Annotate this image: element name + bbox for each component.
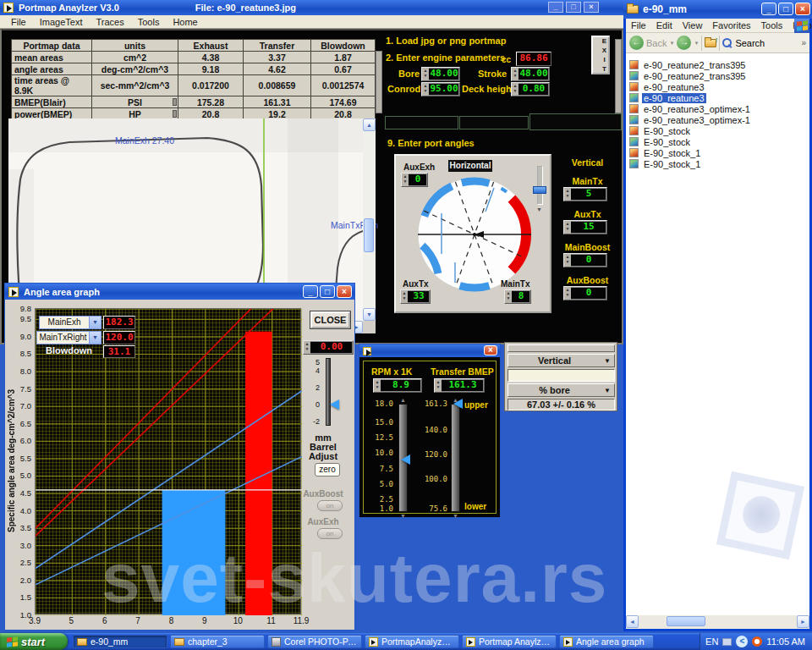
close-button[interactable]: × [484, 345, 497, 355]
spinner-arrows[interactable]: ▲▼ [304, 341, 310, 354]
chevron-down-icon[interactable]: ▼ [89, 332, 101, 344]
language-indicator[interactable]: EN [705, 636, 718, 647]
vertical-scroll-thumb[interactable] [364, 218, 374, 252]
taskbar-button[interactable]: chapter_3 [170, 635, 265, 648]
scroll-right-icon[interactable]: ► [797, 615, 809, 628]
spinner-arrows[interactable]: ▲▼ [401, 290, 408, 303]
chevrons-icon[interactable]: » [801, 38, 806, 47]
chevron-down-icon[interactable]: ▼ [89, 317, 101, 328]
menu-item-imagetext[interactable]: ImageText [34, 17, 89, 27]
maximize-button[interactable]: □ [566, 2, 581, 13]
exit-button[interactable]: EXIT [591, 36, 610, 74]
image-vertical-scrollbar[interactable]: ▲ ▼ [363, 118, 376, 321]
list-item[interactable]: e-90_reatune3_optimex-1 [629, 114, 809, 125]
graph-titlebar[interactable]: Angle area graph _ □ × [5, 284, 354, 300]
bmep-slider[interactable] [451, 404, 460, 512]
menu-item-traces[interactable]: Traces [90, 17, 129, 27]
start-button[interactable]: start [0, 633, 68, 650]
unit-toggle-handle[interactable] [173, 98, 177, 106]
barrel-offset-field[interactable]: ▲▼0.00 [303, 340, 354, 355]
rpm-slider-thumb[interactable] [401, 454, 410, 465]
horizontal-slider[interactable] [537, 166, 543, 205]
explorer-horizontal-scrollbar[interactable]: ◄ ► [626, 615, 809, 629]
tab-3-active[interactable] [529, 113, 622, 130]
measurement-input[interactable] [508, 369, 615, 382]
spinner-arrows[interactable]: ▲▼ [402, 174, 409, 186]
bmep-slider-thumb[interactable] [453, 399, 463, 409]
bmep-field[interactable]: ▲▼161.3 [434, 378, 485, 393]
vertical-auxboost-field[interactable]: ▲▼0 [563, 286, 607, 300]
clock[interactable]: 11:05 AM [766, 636, 805, 647]
rpm-field[interactable]: ▲▼8.9 [373, 378, 422, 393]
maximize-button[interactable]: □ [778, 3, 793, 15]
taskbar-button[interactable]: e-90_mm [73, 635, 167, 648]
close-button[interactable]: × [584, 2, 599, 13]
spinner-arrows[interactable]: ▲▼ [422, 68, 429, 80]
menu-item-home[interactable]: Home [167, 17, 203, 27]
main-titlebar[interactable]: Portmap Anaylzer V3.0 File: e-90_reatune… [0, 0, 623, 15]
chevron-down-icon[interactable]: ▼ [669, 41, 674, 46]
close-button[interactable]: × [795, 3, 810, 15]
tray-app-icon[interactable] [752, 636, 762, 647]
menu-item-tools[interactable]: Tools [756, 20, 788, 30]
menu-item-favorites[interactable]: Favorites [707, 20, 755, 30]
orientation-dropdown[interactable]: Vertical ▼ [508, 354, 615, 367]
close-graph-button[interactable]: CLOSE [310, 311, 350, 328]
list-item[interactable]: e-90_reatune3 [629, 92, 809, 103]
list-item[interactable]: E-90_stock [629, 125, 809, 136]
spinner-arrows[interactable]: ▲▼ [564, 188, 571, 201]
search-icon[interactable] [722, 38, 732, 48]
menu-item-edit[interactable]: Edit [651, 20, 678, 30]
taskbar-button[interactable]: Corel PHOTO-PAINT 12 [267, 635, 362, 648]
readout-selector-2[interactable]: MainTxRight ▼ [36, 331, 102, 344]
minimize-button[interactable]: _ [303, 285, 318, 298]
list-item[interactable]: E-90_stock_1 [629, 147, 809, 158]
bore-field[interactable]: ▲▼48.00 [421, 67, 460, 81]
spinner-arrows[interactable]: ▲▼ [512, 68, 518, 80]
list-item[interactable]: e-90_reatune2_trans395 [629, 70, 809, 81]
list-item[interactable]: e-90_reatune3_optimex-1 [629, 103, 809, 114]
spinner-arrows[interactable]: ▲▼ [435, 379, 442, 392]
explorer-titlebar[interactable]: e-90_mm _ □ × [623, 0, 812, 19]
close-button[interactable]: × [337, 285, 352, 298]
minimize-button[interactable]: _ [548, 2, 563, 13]
scroll-left-icon[interactable]: ◄ [626, 615, 639, 628]
scroll-up-icon[interactable]: ▲ [363, 118, 376, 131]
list-item[interactable]: E-90_stock [629, 136, 809, 147]
spinner-arrows[interactable]: ▲▼ [422, 83, 429, 96]
scroll-down-icon[interactable]: ▼ [363, 308, 376, 321]
auxtx-field[interactable]: ▲▼33 [400, 289, 431, 304]
auxexh-on-button[interactable]: on [317, 528, 343, 539]
stroke-field[interactable]: ▲▼48.00 [511, 67, 550, 81]
vertical-auxtx-field[interactable]: ▲▼15 [563, 220, 607, 234]
menu-item-file[interactable]: File [5, 17, 32, 27]
display-icon[interactable] [722, 638, 732, 646]
spinner-arrows[interactable]: ▲▼ [505, 290, 512, 303]
chevron-down-icon[interactable]: ▼ [694, 41, 699, 46]
list-item[interactable]: e-90_reatune2_trans395 [629, 59, 809, 70]
tab-2[interactable] [459, 116, 529, 129]
list-item[interactable]: E-90_stock_1 [629, 158, 809, 169]
spinner-arrows[interactable]: ▲▼ [564, 287, 571, 300]
unit-toggle-handle[interactable] [173, 110, 177, 118]
hide-icons-button[interactable]: < [736, 636, 748, 647]
barrel-slider[interactable] [326, 358, 331, 426]
taskbar-button[interactable]: Portmap Anaylzer V3.... [462, 635, 557, 648]
taskbar-button[interactable]: PortmapAnalyzerV3.0 [365, 635, 459, 648]
list-item[interactable]: e-90_reatune3 [629, 81, 809, 92]
menu-item-file[interactable]: File [626, 20, 651, 30]
zero-button[interactable]: zero [315, 463, 340, 476]
spinner-arrows[interactable]: ▲▼ [374, 379, 381, 392]
unit-dropdown[interactable]: % bore ▼ [508, 383, 615, 397]
menu-item-tools[interactable]: Tools [132, 17, 166, 27]
table-scrollbar[interactable] [615, 39, 622, 113]
vertical-mainboost-field[interactable]: ▲▼0 [563, 253, 607, 267]
maintx-field[interactable]: ▲▼8 [504, 289, 531, 304]
maximize-button[interactable]: □ [320, 285, 335, 298]
auxboost-on-button[interactable]: on [317, 500, 343, 511]
minimize-button[interactable]: _ [761, 3, 776, 15]
spinner-arrows[interactable]: ▲▼ [564, 221, 571, 234]
vertical-maintx-field[interactable]: ▲▼5 [563, 187, 607, 201]
up-folder-button[interactable]: ↑ [705, 39, 716, 47]
panel-handle[interactable] [508, 344, 615, 352]
